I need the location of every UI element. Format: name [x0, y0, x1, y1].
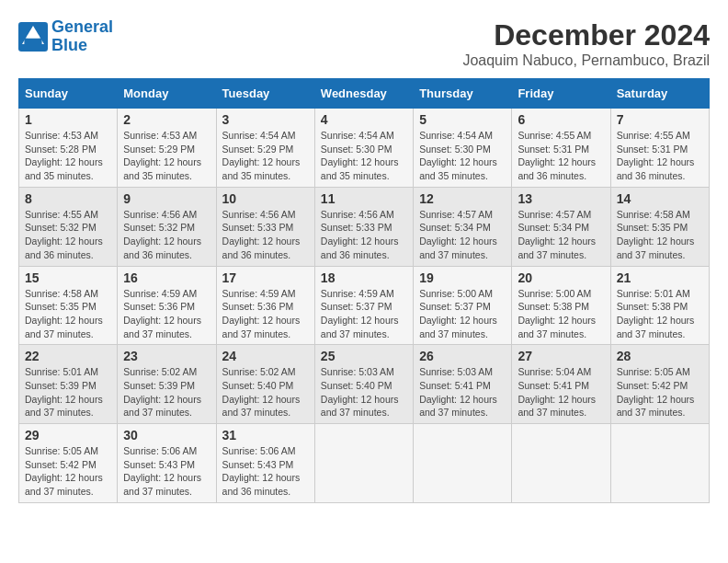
calendar-cell: 1Sunrise: 4:53 AM Sunset: 5:28 PM Daylig… [19, 109, 118, 188]
calendar-cell [314, 424, 413, 503]
calendar-cell: 23Sunrise: 5:02 AM Sunset: 5:39 PM Dayli… [118, 345, 216, 424]
day-info: Sunrise: 5:01 AM Sunset: 5:39 PM Dayligh… [25, 365, 111, 419]
calendar-cell: 12Sunrise: 4:57 AM Sunset: 5:34 PM Dayli… [414, 187, 512, 266]
page-subtitle: Joaquim Nabuco, Pernambuco, Brazil [462, 52, 710, 69]
day-info: Sunrise: 5:03 AM Sunset: 5:40 PM Dayligh… [321, 365, 407, 419]
calendar-week-row: 22Sunrise: 5:01 AM Sunset: 5:39 PM Dayli… [19, 345, 710, 424]
day-info: Sunrise: 4:54 AM Sunset: 5:29 PM Dayligh… [222, 129, 309, 183]
day-number: 17 [222, 270, 309, 285]
day-number: 16 [123, 270, 210, 285]
day-info: Sunrise: 4:57 AM Sunset: 5:34 PM Dayligh… [518, 208, 604, 262]
day-number: 3 [222, 112, 309, 127]
day-info: Sunrise: 4:53 AM Sunset: 5:29 PM Dayligh… [123, 129, 210, 183]
day-info: Sunrise: 4:56 AM Sunset: 5:33 PM Dayligh… [321, 208, 407, 262]
calendar-cell: 15Sunrise: 4:58 AM Sunset: 5:35 PM Dayli… [19, 266, 118, 345]
calendar-cell: 6Sunrise: 4:55 AM Sunset: 5:31 PM Daylig… [512, 109, 610, 188]
day-number: 8 [25, 191, 111, 206]
calendar-cell [610, 424, 709, 503]
day-number: 18 [321, 270, 407, 285]
calendar-cell [414, 424, 512, 503]
day-info: Sunrise: 5:00 AM Sunset: 5:38 PM Dayligh… [518, 287, 604, 341]
logo: General Blue [18, 18, 113, 55]
calendar-cell: 25Sunrise: 5:03 AM Sunset: 5:40 PM Dayli… [314, 345, 413, 424]
day-info: Sunrise: 5:02 AM Sunset: 5:40 PM Dayligh… [222, 365, 309, 419]
weekday-header-wednesday: Wednesday [314, 79, 413, 109]
day-number: 14 [617, 191, 703, 206]
day-number: 10 [222, 191, 309, 206]
day-number: 20 [518, 270, 604, 285]
day-number: 22 [25, 349, 111, 363]
calendar-cell: 26Sunrise: 5:03 AM Sunset: 5:41 PM Dayli… [414, 345, 512, 424]
day-number: 4 [321, 112, 407, 127]
calendar-cell: 16Sunrise: 4:59 AM Sunset: 5:36 PM Dayli… [118, 266, 216, 345]
day-info: Sunrise: 4:58 AM Sunset: 5:35 PM Dayligh… [25, 287, 111, 341]
calendar-week-row: 8Sunrise: 4:55 AM Sunset: 5:32 PM Daylig… [19, 187, 710, 266]
day-number: 2 [123, 112, 210, 127]
day-number: 5 [419, 112, 506, 127]
weekday-header-tuesday: Tuesday [216, 79, 314, 109]
day-number: 19 [419, 270, 506, 285]
calendar-cell: 7Sunrise: 4:55 AM Sunset: 5:31 PM Daylig… [610, 109, 709, 188]
day-info: Sunrise: 5:06 AM Sunset: 5:43 PM Dayligh… [123, 444, 210, 499]
day-info: Sunrise: 4:59 AM Sunset: 5:36 PM Dayligh… [222, 287, 309, 341]
day-info: Sunrise: 4:58 AM Sunset: 5:35 PM Dayligh… [617, 208, 703, 262]
day-info: Sunrise: 4:56 AM Sunset: 5:33 PM Dayligh… [222, 208, 309, 262]
logo-blue: Blue [51, 37, 113, 55]
day-number: 25 [321, 349, 407, 363]
weekday-header-sunday: Sunday [19, 79, 118, 109]
day-info: Sunrise: 5:04 AM Sunset: 5:41 PM Dayligh… [518, 365, 604, 419]
calendar-cell: 2Sunrise: 4:53 AM Sunset: 5:29 PM Daylig… [118, 109, 216, 188]
day-info: Sunrise: 4:55 AM Sunset: 5:31 PM Dayligh… [518, 129, 604, 183]
calendar-cell: 5Sunrise: 4:54 AM Sunset: 5:30 PM Daylig… [414, 109, 512, 188]
day-info: Sunrise: 5:00 AM Sunset: 5:37 PM Dayligh… [419, 287, 506, 341]
calendar-cell: 22Sunrise: 5:01 AM Sunset: 5:39 PM Dayli… [19, 345, 118, 424]
calendar-cell: 27Sunrise: 5:04 AM Sunset: 5:41 PM Dayli… [512, 345, 610, 424]
day-info: Sunrise: 4:53 AM Sunset: 5:28 PM Dayligh… [25, 129, 111, 183]
calendar-cell: 30Sunrise: 5:06 AM Sunset: 5:43 PM Dayli… [118, 424, 216, 503]
calendar-table: SundayMondayTuesdayWednesdayThursdayFrid… [18, 78, 710, 503]
calendar-cell: 29Sunrise: 5:05 AM Sunset: 5:42 PM Dayli… [19, 424, 118, 503]
day-info: Sunrise: 5:05 AM Sunset: 5:42 PM Dayligh… [25, 444, 111, 499]
svg-rect-2 [24, 38, 41, 43]
day-number: 23 [123, 349, 210, 363]
calendar-week-row: 15Sunrise: 4:58 AM Sunset: 5:35 PM Dayli… [19, 266, 710, 345]
day-number: 12 [419, 191, 506, 206]
day-info: Sunrise: 5:05 AM Sunset: 5:42 PM Dayligh… [617, 365, 703, 419]
calendar-week-row: 1Sunrise: 4:53 AM Sunset: 5:28 PM Daylig… [19, 109, 710, 188]
logo-text: General Blue [51, 18, 113, 55]
calendar-cell: 31Sunrise: 5:06 AM Sunset: 5:43 PM Dayli… [216, 424, 314, 503]
day-number: 15 [25, 270, 111, 285]
day-number: 13 [518, 191, 604, 206]
page-header: General Blue December 2024 Joaquim Nabuc… [18, 18, 710, 69]
title-area: December 2024 Joaquim Nabuco, Pernambuco… [462, 18, 710, 69]
day-info: Sunrise: 5:02 AM Sunset: 5:39 PM Dayligh… [123, 365, 210, 419]
calendar-cell: 21Sunrise: 5:01 AM Sunset: 5:38 PM Dayli… [610, 266, 709, 345]
logo-icon [18, 22, 48, 52]
weekday-header-saturday: Saturday [610, 79, 709, 109]
day-info: Sunrise: 5:01 AM Sunset: 5:38 PM Dayligh… [617, 287, 703, 341]
calendar-cell: 3Sunrise: 4:54 AM Sunset: 5:29 PM Daylig… [216, 109, 314, 188]
calendar-cell: 18Sunrise: 4:59 AM Sunset: 5:37 PM Dayli… [314, 266, 413, 345]
calendar-cell: 20Sunrise: 5:00 AM Sunset: 5:38 PM Dayli… [512, 266, 610, 345]
day-info: Sunrise: 4:59 AM Sunset: 5:36 PM Dayligh… [123, 287, 210, 341]
day-info: Sunrise: 4:55 AM Sunset: 5:31 PM Dayligh… [617, 129, 703, 183]
calendar-cell: 13Sunrise: 4:57 AM Sunset: 5:34 PM Dayli… [512, 187, 610, 266]
day-info: Sunrise: 4:54 AM Sunset: 5:30 PM Dayligh… [321, 129, 407, 183]
logo-general: General [51, 17, 113, 36]
weekday-header-monday: Monday [118, 79, 216, 109]
day-number: 27 [518, 349, 604, 363]
weekday-header-row: SundayMondayTuesdayWednesdayThursdayFrid… [19, 79, 710, 109]
day-number: 21 [617, 270, 703, 285]
day-number: 28 [617, 349, 703, 363]
calendar-cell: 9Sunrise: 4:56 AM Sunset: 5:32 PM Daylig… [118, 187, 216, 266]
day-number: 31 [222, 428, 309, 442]
weekday-header-friday: Friday [512, 79, 610, 109]
day-info: Sunrise: 5:06 AM Sunset: 5:43 PM Dayligh… [222, 444, 309, 499]
day-info: Sunrise: 4:59 AM Sunset: 5:37 PM Dayligh… [321, 287, 407, 341]
day-number: 29 [25, 428, 111, 442]
day-number: 24 [222, 349, 309, 363]
calendar-cell: 19Sunrise: 5:00 AM Sunset: 5:37 PM Dayli… [414, 266, 512, 345]
weekday-header-thursday: Thursday [414, 79, 512, 109]
calendar-cell: 11Sunrise: 4:56 AM Sunset: 5:33 PM Dayli… [314, 187, 413, 266]
day-number: 6 [518, 112, 604, 127]
